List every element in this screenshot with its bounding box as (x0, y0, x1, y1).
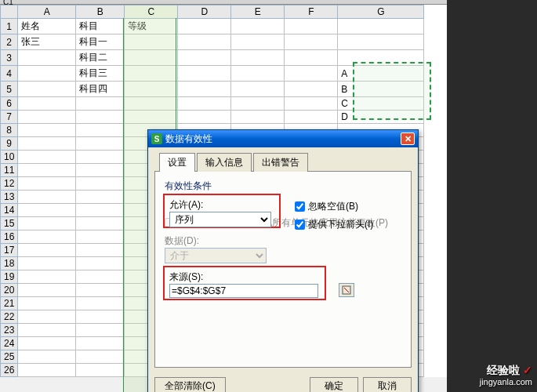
ignore-blank-input[interactable] (295, 201, 305, 212)
cell[interactable] (18, 97, 76, 111)
cell[interactable] (285, 97, 338, 111)
row-header[interactable]: 15 (1, 217, 18, 230)
row-header[interactable]: 19 (1, 270, 18, 284)
cell[interactable] (231, 34, 285, 50)
cell[interactable]: B (338, 82, 424, 97)
row-header[interactable]: 1 (1, 19, 18, 34)
col-header-b[interactable]: B (76, 5, 125, 19)
cell[interactable] (125, 50, 178, 66)
row-header[interactable]: 24 (1, 337, 18, 350)
cell[interactable] (76, 137, 125, 151)
row-header[interactable]: 10 (1, 151, 18, 164)
col-header-e[interactable]: E (231, 5, 285, 19)
cell[interactable]: 姓名 (18, 19, 76, 34)
col-header-c[interactable]: C (125, 5, 178, 19)
row-header[interactable]: 16 (1, 230, 18, 244)
row-header[interactable]: 14 (1, 204, 18, 217)
ok-button[interactable]: 确定 (310, 377, 358, 392)
cell[interactable] (178, 97, 231, 111)
cell[interactable]: 张三 (18, 34, 76, 50)
cell[interactable] (125, 34, 178, 50)
row-header[interactable]: 5 (1, 82, 18, 97)
col-header-d[interactable]: D (178, 5, 231, 19)
cell[interactable] (178, 82, 231, 97)
cell[interactable] (18, 66, 76, 82)
row-header[interactable]: 11 (1, 164, 18, 177)
cell[interactable] (231, 19, 285, 34)
row-header[interactable]: 3 (1, 50, 18, 66)
cell[interactable] (178, 34, 231, 50)
cell[interactable]: 科目二 (76, 50, 125, 66)
row-header[interactable]: 7 (1, 111, 18, 124)
cell[interactable] (125, 97, 178, 111)
cell[interactable]: D (338, 111, 424, 124)
row-header[interactable]: 21 (1, 297, 18, 310)
tab-input-message[interactable]: 输入信息 (197, 153, 252, 172)
cell[interactable] (338, 19, 424, 34)
cell[interactable] (285, 111, 338, 124)
row-header[interactable]: 17 (1, 244, 18, 257)
cancel-button[interactable]: 取消 (363, 377, 412, 392)
cell[interactable] (178, 19, 231, 34)
col-header-a[interactable]: A (18, 5, 76, 19)
cell[interactable] (231, 82, 285, 97)
cell[interactable] (125, 82, 178, 97)
cell[interactable] (285, 19, 338, 34)
provide-dropdown-checkbox[interactable]: 提供下拉箭头(I) (295, 218, 373, 231)
cell[interactable] (285, 50, 338, 66)
cell[interactable]: A (338, 66, 424, 82)
row-header[interactable]: 26 (1, 364, 18, 377)
tab-error-alert[interactable]: 出错警告 (253, 153, 308, 172)
row-header[interactable]: 9 (1, 137, 18, 151)
row-header[interactable]: 4 (1, 66, 18, 82)
row-header[interactable]: 25 (1, 350, 18, 364)
cell[interactable] (18, 111, 76, 124)
row-header[interactable]: 2 (1, 34, 18, 50)
provide-dropdown-input[interactable] (295, 220, 305, 230)
range-picker-button[interactable] (339, 283, 354, 297)
cell[interactable] (231, 97, 285, 111)
select-all-corner[interactable] (1, 5, 18, 19)
cell[interactable] (285, 34, 338, 50)
cell[interactable]: 等级 (125, 19, 178, 34)
cell[interactable]: 科目一 (76, 34, 125, 50)
ignore-blank-checkbox[interactable]: 忽略空值(B) (295, 200, 373, 213)
cell[interactable]: 科目 (76, 19, 125, 34)
cell[interactable] (18, 82, 76, 97)
cell[interactable] (76, 124, 125, 137)
row-header[interactable]: 18 (1, 257, 18, 270)
cell[interactable] (178, 111, 231, 124)
row-header[interactable]: 12 (1, 177, 18, 191)
cell[interactable] (231, 50, 285, 66)
allow-select[interactable]: 序列 (169, 212, 271, 227)
row-header[interactable]: 13 (1, 191, 18, 204)
cell[interactable] (178, 50, 231, 66)
row-header[interactable]: 6 (1, 97, 18, 111)
cell[interactable] (125, 66, 178, 82)
cell[interactable] (76, 97, 125, 111)
cell[interactable] (76, 111, 125, 124)
dialog-titlebar[interactable]: S 数据有效性 ✕ (148, 130, 418, 147)
clear-all-button[interactable]: 全部清除(C) (154, 377, 226, 392)
row-header[interactable]: 20 (1, 284, 18, 297)
cell[interactable] (338, 34, 424, 50)
cell[interactable] (18, 50, 76, 66)
cell[interactable] (231, 66, 285, 82)
source-input[interactable] (169, 284, 318, 298)
cell[interactable] (285, 66, 338, 82)
col-header-g[interactable]: G (338, 5, 424, 19)
tab-settings[interactable]: 设置 (159, 153, 195, 172)
row-header[interactable]: 22 (1, 310, 18, 324)
cell[interactable] (18, 137, 76, 151)
col-header-f[interactable]: F (285, 5, 338, 19)
cell[interactable]: 科目三 (76, 66, 125, 82)
cell[interactable] (338, 50, 424, 66)
cell[interactable] (125, 111, 178, 124)
row-header[interactable]: 8 (1, 124, 18, 137)
cell[interactable] (18, 124, 76, 137)
close-button[interactable]: ✕ (401, 132, 415, 145)
cell[interactable] (178, 66, 231, 82)
cell[interactable] (285, 82, 338, 97)
cell[interactable]: 科目四 (76, 82, 125, 97)
row-header[interactable]: 23 (1, 324, 18, 337)
